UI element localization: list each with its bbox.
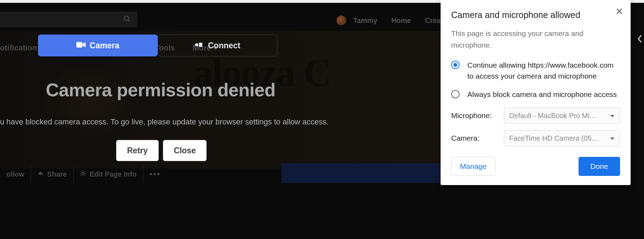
svg-line-14: [84, 171, 85, 172]
radio-allow[interactable]: Continue allowing https://www.facebook.c…: [451, 60, 620, 81]
microphone-value: Default - MacBook Pro Mi…: [509, 112, 596, 120]
svg-rect-3: [195, 43, 198, 46]
camera-label: Camera:: [451, 134, 497, 142]
camera-icon: [76, 41, 86, 50]
more-actions-button[interactable]: •••: [143, 170, 167, 179]
retry-button[interactable]: Retry: [116, 140, 159, 161]
source-tabs: Camera Connect: [38, 35, 338, 56]
microphone-row: Microphone: Default - MacBook Pro Mi…: [451, 108, 620, 124]
svg-rect-2: [76, 42, 82, 48]
follow-label: ollow: [6, 170, 24, 178]
tab-connect-label: Connect: [208, 41, 240, 50]
svg-line-11: [81, 171, 82, 172]
edit-page-info-button[interactable]: Edit Page Info: [74, 166, 143, 183]
dialog-buttons: Manage Done: [451, 157, 620, 176]
microphone-select[interactable]: Default - MacBook Pro Mi…: [504, 108, 620, 124]
radio-block[interactable]: Always block camera and microphone acces…: [451, 89, 620, 100]
share-icon: [37, 170, 44, 178]
permissions-dialog: Camera and microphone allowed This page …: [441, 0, 631, 185]
edit-page-info-label: Edit Page Info: [90, 170, 137, 178]
tab-connect[interactable]: Connect: [158, 35, 277, 56]
share-label: Share: [47, 170, 67, 178]
denied-buttons: Retry Close: [116, 140, 338, 161]
camera-select[interactable]: FaceTime HD Camera (05…: [504, 130, 620, 146]
go-live-panel: Camera Connect Camera permission denied …: [0, 10, 338, 161]
camera-value: FaceTime HD Camera (05…: [509, 134, 599, 142]
manage-button[interactable]: Manage: [451, 157, 495, 176]
expand-panel-button[interactable]: [636, 32, 644, 46]
tab-camera-label: Camera: [90, 41, 119, 50]
svg-line-13: [81, 175, 82, 176]
radio-unselected-icon: [451, 90, 460, 98]
permission-denied-subtext: u have blocked camera access. To go live…: [0, 117, 338, 127]
close-button[interactable]: Close: [163, 140, 207, 161]
permission-denied-heading: Camera permission denied: [46, 79, 338, 100]
chevron-down-icon: [607, 134, 615, 142]
dialog-close-button[interactable]: [616, 8, 623, 16]
page-actions-bar: ollow Share Edit Page Info •••: [0, 165, 167, 183]
top-nav-right: Tammy Home Create: [336, 16, 447, 25]
nav-home[interactable]: Home: [391, 17, 411, 25]
svg-rect-5: [195, 44, 196, 45]
radio-selected-icon: [451, 61, 460, 69]
svg-rect-4: [199, 43, 202, 47]
gear-icon: [80, 170, 86, 178]
plug-icon: [195, 41, 204, 50]
tab-camera[interactable]: Camera: [38, 35, 158, 56]
dialog-body: This page is accessing your camera and m…: [451, 28, 620, 51]
nav-user-name[interactable]: Tammy: [353, 17, 378, 25]
follow-button[interactable]: ollow: [0, 166, 31, 183]
radio-block-label: Always block camera and microphone acces…: [467, 89, 617, 100]
svg-point-6: [82, 172, 84, 174]
dialog-title: Camera and microphone allowed: [451, 10, 620, 20]
close-icon: [616, 10, 623, 16]
radio-allow-label: Continue allowing https://www.facebook.c…: [467, 60, 620, 81]
microphone-label: Microphone:: [451, 111, 497, 120]
svg-line-12: [84, 175, 85, 176]
done-button[interactable]: Done: [579, 157, 620, 176]
camera-row: Camera: FaceTime HD Camera (05…: [451, 130, 620, 146]
chevron-down-icon: [607, 112, 615, 120]
share-button[interactable]: Share: [31, 166, 74, 183]
